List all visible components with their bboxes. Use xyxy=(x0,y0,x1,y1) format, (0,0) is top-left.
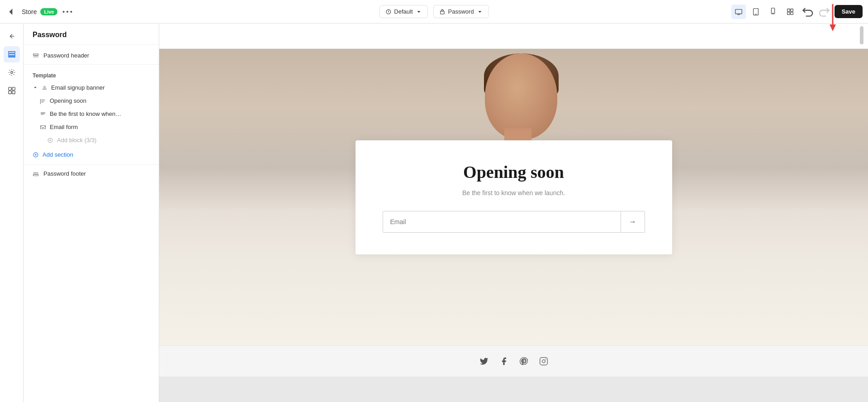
svg-rect-10 xyxy=(787,9,789,11)
svg-rect-17 xyxy=(8,54,14,56)
svg-rect-20 xyxy=(8,87,11,90)
sidebar-item-email-form[interactable]: Email form xyxy=(24,120,159,134)
save-button[interactable]: Save xyxy=(835,5,863,18)
page-footer xyxy=(159,345,868,377)
store-label: Store xyxy=(22,8,37,15)
page-header-bar xyxy=(159,24,868,49)
card-title: Opening soon xyxy=(383,162,645,182)
add-block-item: Add block (3/3) xyxy=(24,134,159,147)
svg-point-9 xyxy=(773,13,773,13)
facebook-icon[interactable] xyxy=(499,357,508,366)
svg-rect-30 xyxy=(540,358,547,365)
svg-rect-29 xyxy=(33,174,38,176)
svg-point-25 xyxy=(44,86,46,88)
hero-section: Opening soon Be the first to know when w… xyxy=(159,49,868,345)
grid-view-button[interactable] xyxy=(783,5,797,19)
svg-point-31 xyxy=(545,359,546,360)
preview-area[interactable]: Opening soon Be the first to know when w… xyxy=(159,24,868,402)
svg-rect-24 xyxy=(33,53,38,55)
topbar-center: Default Password xyxy=(379,5,489,18)
password-dropdown[interactable]: Password xyxy=(433,5,489,18)
svg-rect-16 xyxy=(8,52,14,53)
divider-2 xyxy=(24,164,159,165)
add-section-button[interactable]: Add section xyxy=(24,147,159,163)
card-subtitle: Be the first to know when we launch. xyxy=(383,189,645,196)
svg-point-19 xyxy=(10,72,13,74)
undo-button[interactable] xyxy=(800,5,815,19)
page-wrapper: Opening soon Be the first to know when w… xyxy=(159,24,868,377)
svg-point-2 xyxy=(71,10,72,12)
instagram-icon[interactable] xyxy=(539,357,548,366)
mobile-view-button[interactable] xyxy=(766,5,780,19)
sidebar-nav-sections[interactable] xyxy=(4,46,20,62)
sidebar-item-password-header[interactable]: Password header xyxy=(24,48,159,62)
redo-button[interactable] xyxy=(817,5,832,19)
sidebar-item-opening-soon[interactable]: Opening soon xyxy=(24,94,159,107)
main-layout: Password Password header Template Email … xyxy=(0,24,868,402)
email-input-row: → xyxy=(383,211,645,233)
svg-rect-13 xyxy=(791,12,793,14)
sidebar-content: Password header Template Email signup ba… xyxy=(24,45,159,402)
template-header: Template xyxy=(24,67,159,81)
sidebar-nav-back[interactable] xyxy=(4,28,20,44)
back-icon[interactable] xyxy=(5,5,18,18)
svg-point-1 xyxy=(66,10,68,12)
topbar: Store Live Default Password xyxy=(0,0,868,24)
more-options-button[interactable] xyxy=(61,5,74,18)
default-dropdown[interactable]: Default xyxy=(379,5,427,18)
svg-rect-26 xyxy=(40,125,45,129)
preview-inner: Opening soon Be the first to know when w… xyxy=(159,24,868,402)
sidebar-nav-apps[interactable] xyxy=(4,82,20,99)
svg-rect-23 xyxy=(12,91,14,94)
sidebar-item-be-first[interactable]: Be the first to know when we ... xyxy=(24,107,159,120)
icon-sidebar xyxy=(0,24,24,402)
svg-point-0 xyxy=(63,10,65,12)
person-head xyxy=(485,53,557,139)
desktop-view-button[interactable] xyxy=(731,5,746,19)
svg-rect-22 xyxy=(8,91,11,94)
svg-rect-5 xyxy=(735,9,741,14)
pinterest-icon[interactable] xyxy=(519,357,528,366)
svg-rect-18 xyxy=(8,57,14,57)
tablet-view-button[interactable] xyxy=(749,5,763,19)
svg-rect-4 xyxy=(440,11,444,14)
sidebar-item-email-signup-banner[interactable]: Email signup banner xyxy=(24,81,159,94)
topbar-right: Save xyxy=(731,5,863,19)
svg-point-7 xyxy=(755,14,756,14)
svg-rect-21 xyxy=(12,87,14,90)
topbar-left: Store Live xyxy=(5,5,74,18)
email-input[interactable] xyxy=(383,211,621,232)
sidebar-title: Password xyxy=(33,31,150,39)
signup-card: Opening soon Be the first to know when w… xyxy=(356,140,672,254)
sidebar-item-password-footer[interactable]: Password footer xyxy=(24,167,159,181)
sidebar-nav-settings[interactable] xyxy=(4,64,20,81)
email-submit-button[interactable]: → xyxy=(621,211,645,232)
svg-rect-12 xyxy=(787,12,789,14)
live-badge: Live xyxy=(40,8,57,15)
divider-1 xyxy=(24,64,159,65)
sidebar-panel: Password Password header Template Email … xyxy=(24,24,159,402)
sidebar-header: Password xyxy=(24,24,159,45)
twitter-icon[interactable] xyxy=(479,357,489,366)
svg-rect-11 xyxy=(791,9,793,11)
